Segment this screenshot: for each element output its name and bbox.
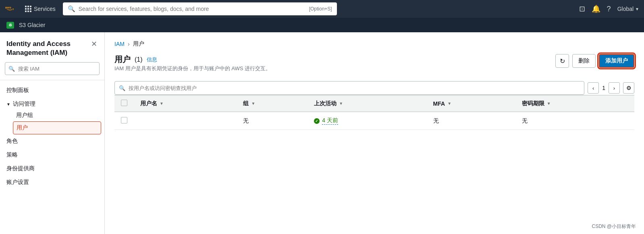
users-table: 用户名 ▼ 组 ▼ 上次活动 ▼ <box>114 95 634 130</box>
help-icon[interactable]: ? <box>607 5 611 13</box>
row-group: 无 <box>237 112 307 130</box>
nav-icons: ⊡ 🔔 ? Global ▼ <box>579 4 639 13</box>
sort-group-icon[interactable]: ▼ <box>251 101 255 106</box>
password-expiry-value: 无 <box>522 117 528 124</box>
info-link[interactable]: 信息 <box>147 56 157 63</box>
table-row: 无 4 天前 无 无 <box>114 112 634 130</box>
sidebar-section-access-management[interactable]: ▼ 访问管理 <box>0 97 104 109</box>
main-layout: Identity and Access Management (IAM) ✕ 🔍… <box>0 32 644 234</box>
pagination: ‹ 1 › <box>588 82 620 94</box>
section-title-row: 用户 (1) 信息 <box>114 54 271 65</box>
breadcrumb-separator: › <box>128 41 130 47</box>
sidebar-sub-nav: 用户组 用户 <box>0 109 104 134</box>
add-user-button[interactable]: 添加用户 <box>599 54 634 68</box>
col-username-label: 用户名 <box>140 100 157 107</box>
section-title-area: 用户 (1) 信息 IAM 用户是具有长期凭证的身份，用于与账户中的 AWS 进… <box>114 54 271 78</box>
service-name-label: S3 Glacier <box>19 22 45 28</box>
service-tag-icon: ※ <box>6 22 14 29</box>
section-count: (1) <box>135 56 143 63</box>
status-indicator <box>314 118 320 124</box>
chevron-down-icon: ▼ <box>6 102 10 107</box>
sidebar-item-users[interactable]: 用户 <box>13 121 101 134</box>
row-mfa: 无 <box>427 112 515 130</box>
sidebar-search-container: 🔍 <box>0 62 104 80</box>
watermark: CSDN @小目标青年 <box>592 223 636 230</box>
gear-icon: ⚙ <box>626 85 632 91</box>
sidebar-item-dashboard[interactable]: 控制面板 <box>0 84 104 97</box>
col-group-label: 组 <box>243 100 249 107</box>
sidebar-item-policies[interactable]: 策略 <box>0 148 104 162</box>
select-all-checkbox[interactable] <box>121 100 127 106</box>
refresh-icon: ↻ <box>560 57 565 65</box>
sidebar-nav: 控制面板 ▼ 访问管理 用户组 用户 角色 策略 身份提供商 账户设置 <box>0 80 104 192</box>
table-search: 🔍 <box>114 81 584 95</box>
col-password-label: 密码期限 <box>522 100 544 107</box>
search-shortcut: [Option+S] <box>309 6 332 12</box>
section-header: 用户 (1) 信息 IAM 用户是具有长期凭证的身份，用于与账户中的 AWS 进… <box>114 54 634 78</box>
row-last-activity: 4 天前 <box>307 112 426 130</box>
search-icon: 🔍 <box>68 5 75 13</box>
activity-status: 4 天前 <box>314 117 420 125</box>
table-search-input[interactable] <box>129 85 580 91</box>
terminal-icon[interactable]: ⊡ <box>579 4 585 13</box>
breadcrumb-iam-link[interactable]: IAM <box>114 41 125 47</box>
header-row: 用户名 ▼ 组 ▼ 上次活动 ▼ <box>114 95 634 112</box>
sort-username-icon[interactable]: ▼ <box>160 101 164 106</box>
grid-icon <box>25 6 31 12</box>
top-navigation: aws Services 🔍 [Option+S] ⊡ 🔔 ? Global ▼ <box>0 0 644 18</box>
section-actions: ↻ 删除 添加用户 <box>555 54 634 68</box>
header-last-activity: 上次活动 ▼ <box>307 95 426 112</box>
breadcrumb-current: 用户 <box>133 40 144 48</box>
mfa-value: 无 <box>433 117 439 124</box>
breadcrumb: IAM › 用户 <box>114 40 634 48</box>
bell-icon[interactable]: 🔔 <box>592 4 600 13</box>
table-header: 用户名 ▼ 组 ▼ 上次活动 ▼ <box>114 95 634 112</box>
chevron-left-icon: ‹ <box>592 85 594 91</box>
sidebar: Identity and Access Management (IAM) ✕ 🔍… <box>0 32 105 234</box>
prev-page-button[interactable]: ‹ <box>588 82 599 94</box>
aws-logo[interactable]: aws <box>5 5 18 13</box>
secondary-navigation: ※ S3 Glacier <box>0 18 644 32</box>
row-username <box>134 112 237 130</box>
header-checkbox-cell <box>114 95 134 112</box>
section-description: IAM 用户是具有长期凭证的身份，用于与账户中的 AWS 进行交互。 <box>114 65 271 72</box>
services-button[interactable]: Services <box>23 6 58 12</box>
header-mfa: MFA ▼ <box>427 95 515 112</box>
page-number: 1 <box>600 85 607 91</box>
region-label: Global <box>617 6 634 12</box>
sidebar-item-identity-providers[interactable]: 身份提供商 <box>0 162 104 176</box>
sort-password-icon[interactable]: ▼ <box>547 101 551 106</box>
next-page-button[interactable]: › <box>609 82 620 94</box>
main-content: IAM › 用户 用户 (1) 信息 IAM 用户是具有长期凭证的身份，用于与账… <box>105 32 644 234</box>
sidebar-search-inner: 🔍 <box>5 62 100 75</box>
sort-mfa-icon[interactable]: ▼ <box>447 101 451 106</box>
section-label: 访问管理 <box>13 100 35 108</box>
activity-text: 4 天前 <box>322 117 338 125</box>
sidebar-title: Identity and Access Management (IAM) <box>6 40 90 57</box>
row-checkbox[interactable] <box>121 117 127 123</box>
header-password-expiry: 密码期限 ▼ <box>515 95 634 112</box>
global-search-input[interactable] <box>79 6 306 12</box>
refresh-button[interactable]: ↻ <box>555 54 569 68</box>
row-password-expiry: 无 <box>515 112 634 130</box>
global-search-bar: 🔍 [Option+S] <box>63 2 337 15</box>
sidebar-search-input[interactable] <box>18 66 96 72</box>
region-selector[interactable]: Global ▼ <box>617 6 639 12</box>
svg-text:aws: aws <box>5 6 12 9</box>
chevron-down-icon: ▼ <box>635 7 639 11</box>
delete-button[interactable]: 删除 <box>572 54 596 68</box>
row-checkbox-cell <box>114 112 134 130</box>
group-value: 无 <box>243 117 249 124</box>
sidebar-close-button[interactable]: ✕ <box>90 40 98 48</box>
sidebar-item-usergroups[interactable]: 用户组 <box>10 109 104 121</box>
col-mfa-label: MFA <box>433 100 445 107</box>
table-toolbar: 🔍 ‹ 1 › ⚙ <box>114 81 634 95</box>
header-username: 用户名 ▼ <box>134 95 237 112</box>
sidebar-item-account-settings[interactable]: 账户设置 <box>0 176 104 189</box>
sidebar-header: Identity and Access Management (IAM) ✕ <box>0 32 104 62</box>
sort-activity-icon[interactable]: ▼ <box>339 101 343 106</box>
chevron-right-icon: › <box>613 85 615 91</box>
sidebar-item-roles[interactable]: 角色 <box>0 134 104 148</box>
table-settings-button[interactable]: ⚙ <box>623 82 634 94</box>
table-search-icon: 🔍 <box>119 85 125 91</box>
